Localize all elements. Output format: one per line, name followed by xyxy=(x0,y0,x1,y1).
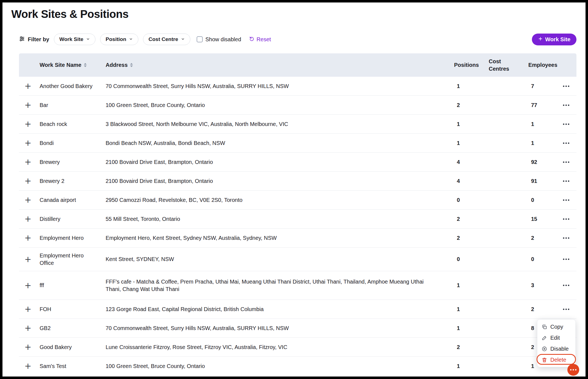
menu-item-edit[interactable]: Edit xyxy=(537,332,575,343)
menu-item-disable[interactable]: Disable xyxy=(537,343,575,354)
expand-row-button[interactable]: + xyxy=(24,158,31,166)
sort-arrows-icon xyxy=(84,63,87,67)
sort-arrows-icon xyxy=(130,63,133,67)
expand-row-button[interactable]: + xyxy=(24,281,31,290)
worksite-name: Brewery xyxy=(40,158,106,166)
sliders-icon xyxy=(19,36,25,43)
dropdown-label: Position xyxy=(106,36,126,42)
worksite-name: Sam's Test xyxy=(40,362,106,370)
row-actions-button[interactable] xyxy=(561,235,571,241)
positions-count: 0 xyxy=(457,197,460,203)
filter-position-dropdown[interactable]: Position xyxy=(100,34,138,45)
worksite-name: Bar xyxy=(40,101,106,109)
header-address[interactable]: Address xyxy=(106,62,446,68)
header-cost-centres: Cost Centres xyxy=(482,58,520,73)
expand-row-button[interactable]: + xyxy=(24,120,31,128)
worksite-address: 70 Commonwealth Street, Surry Hills NSW,… xyxy=(106,83,446,90)
worksite-address: 70 Commonwealth Street, Surry Hills NSW,… xyxy=(106,325,446,332)
chevron-down-icon xyxy=(129,36,133,42)
row-actions-button[interactable] xyxy=(561,178,571,185)
reset-filters-button[interactable]: Reset xyxy=(249,36,271,43)
employees-count: 92 xyxy=(531,159,537,165)
positions-count: 1 xyxy=(457,282,460,288)
positions-count: 2 xyxy=(457,235,460,241)
table-row: + Another Good Bakery 70 Commonwealth St… xyxy=(19,77,576,96)
expand-row-button[interactable]: + xyxy=(24,362,31,370)
positions-count: 1 xyxy=(457,306,460,312)
table-row: + GB2 70 Commonwealth Street, Surry Hill… xyxy=(19,319,576,338)
employees-count: 2 xyxy=(531,235,534,241)
expand-row-button[interactable]: + xyxy=(24,305,31,313)
row-actions-button[interactable] xyxy=(561,282,571,289)
positions-count: 4 xyxy=(457,159,460,165)
employees-count: 1 xyxy=(531,121,534,127)
show-disabled-checkbox[interactable] xyxy=(197,36,203,42)
row-actions-button[interactable] xyxy=(561,256,571,263)
employees-count: 8 xyxy=(531,325,534,331)
row-actions-button[interactable] xyxy=(561,306,571,313)
row-actions-button[interactable] xyxy=(561,159,571,166)
page-title: Work Sites & Positions xyxy=(11,8,579,20)
trash-icon xyxy=(541,357,547,363)
expand-row-button[interactable]: + xyxy=(24,82,31,90)
worksite-address: 3 Blackwood Street, North Melbourne VIC,… xyxy=(106,120,446,128)
table-row: + Bondi Bondi Beach NSW, Australia, Bond… xyxy=(19,134,576,153)
worksite-address: Bondi Beach NSW, Australia, Bondi Beach,… xyxy=(106,139,446,147)
employees-count: 3 xyxy=(531,282,534,288)
table-row: + Sam's Test 100 Green Street, Bruce Cou… xyxy=(19,357,576,376)
table-row: + Bar 100 Green Street, Bruce County, On… xyxy=(19,96,576,115)
worksite-name: Good Bakery xyxy=(40,344,106,351)
menu-item-label: Disable xyxy=(550,346,569,352)
worksite-address: 100 Green Street, Bruce County, Ontario xyxy=(106,362,446,370)
positions-count: 1 xyxy=(457,325,460,331)
filter-cost-centre-dropdown[interactable]: Cost Centre xyxy=(143,34,190,45)
worksite-name: Canada airport xyxy=(40,196,106,204)
row-actions-button[interactable] xyxy=(561,216,571,223)
positions-count: 2 xyxy=(457,102,460,108)
menu-item-delete[interactable]: Delete xyxy=(537,354,575,365)
worksite-address: 2950 Camozzi Road, Revelstoke, BC, V0E 2… xyxy=(106,196,446,204)
expand-row-button[interactable]: + xyxy=(24,101,31,109)
header-work-site-name[interactable]: Work Site Name xyxy=(40,62,106,68)
worksite-name: GB2 xyxy=(40,325,106,332)
row-actions-button[interactable] xyxy=(561,83,571,90)
worksite-name: Distillery xyxy=(40,215,106,223)
expand-row-button[interactable]: + xyxy=(24,215,31,223)
table-row: + Brewery 2100 Bovaird Drive East, Bramp… xyxy=(19,153,576,172)
menu-item-label: Copy xyxy=(550,324,563,330)
employees-count: 7 xyxy=(531,83,534,89)
pencil-icon xyxy=(541,335,547,341)
worksite-name: FOH xyxy=(40,306,106,313)
expand-row-button[interactable]: + xyxy=(24,177,31,185)
row-actions-button[interactable] xyxy=(561,121,571,128)
employees-count: 2 xyxy=(531,344,534,350)
expand-row-button[interactable]: + xyxy=(24,196,31,204)
circle-cross-icon xyxy=(541,346,547,352)
worksite-name: Brewery 2 xyxy=(40,177,106,185)
positions-count: 1 xyxy=(457,140,460,146)
row-actions-button[interactable] xyxy=(561,140,571,147)
filter-toolbar: Filter by Work Site Position Cost Centre xyxy=(19,33,576,46)
table-row: + Canada airport 2950 Camozzi Road, Reve… xyxy=(19,191,576,210)
horizontal-ellipsis-icon xyxy=(570,369,576,370)
menu-item-copy[interactable]: Copy xyxy=(537,321,575,332)
expand-row-button[interactable]: + xyxy=(24,343,31,351)
worksite-address: 2100 Bovaird Drive East, Brampton, Ontar… xyxy=(106,177,446,185)
table-row: + Good Bakery Lune Croissanterie Fitzroy… xyxy=(19,338,576,357)
table-row: + Distillery 55 Mill Street, Toronto, On… xyxy=(19,210,576,229)
row-context-menu: Copy Edit Disable Delete xyxy=(537,319,576,367)
add-work-site-button[interactable]: Work Site xyxy=(532,34,576,45)
positions-count: 1 xyxy=(457,83,460,89)
employees-count: 2 xyxy=(531,306,534,312)
employees-count: 91 xyxy=(531,178,537,184)
menu-item-label: Edit xyxy=(550,335,560,341)
table-row: + Employment Hero Office Kent Street, SY… xyxy=(19,248,576,271)
row-actions-button[interactable] xyxy=(561,197,571,204)
row-actions-button[interactable] xyxy=(561,102,571,109)
expand-row-button[interactable]: + xyxy=(24,234,31,242)
expand-row-button[interactable]: + xyxy=(24,139,31,147)
filter-work-site-dropdown[interactable]: Work Site xyxy=(54,34,95,45)
expand-row-button[interactable]: + xyxy=(24,255,31,263)
expand-row-button[interactable]: + xyxy=(24,324,31,332)
copy-icon xyxy=(541,324,547,330)
